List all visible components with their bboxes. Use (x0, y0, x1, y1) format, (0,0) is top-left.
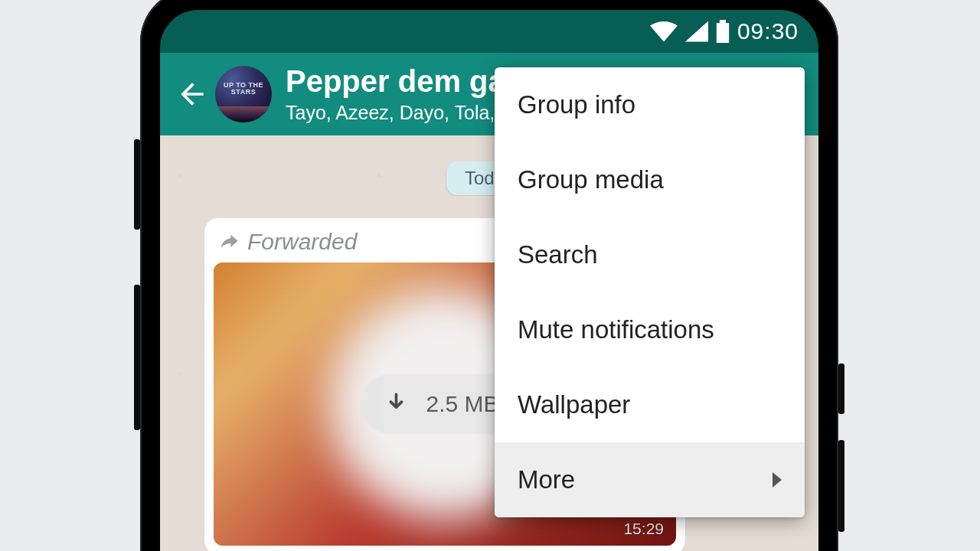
svg-rect-0 (720, 20, 726, 23)
menu-item-more-label: More (518, 465, 575, 494)
menu-item-mute-notifications[interactable]: Mute notifications (495, 292, 805, 367)
message-time: 15:29 (623, 520, 664, 538)
menu-item-group-media[interactable]: Group media (495, 142, 805, 217)
clock: 09:30 (737, 18, 799, 44)
status-bar: 09:30 (160, 10, 818, 53)
back-button[interactable] (169, 77, 215, 111)
menu-item-more[interactable]: More (495, 442, 805, 517)
group-avatar[interactable]: UP TO THE STARS (215, 66, 272, 122)
overflow-menu: Group info Group media Search Mute notif… (495, 67, 805, 517)
phone-side-button (838, 364, 844, 414)
battery-icon (716, 20, 730, 43)
phone-side-button (838, 440, 844, 532)
phone-side-button (134, 285, 140, 430)
forward-icon (218, 231, 240, 253)
arrow-left-icon (175, 77, 209, 111)
phone-frame: 09:30 UP TO THE STARS Pepper dem gang Ta… (140, 0, 838, 551)
screen: 09:30 UP TO THE STARS Pepper dem gang Ta… (160, 10, 818, 551)
avatar-text: UP TO THE STARS (215, 66, 272, 122)
wifi-icon (650, 21, 678, 42)
forwarded-text: Forwarded (247, 229, 357, 255)
chevron-right-icon (773, 472, 782, 487)
menu-item-search[interactable]: Search (495, 217, 805, 292)
phone-side-button (134, 139, 140, 230)
download-icon (383, 391, 409, 417)
menu-item-wallpaper[interactable]: Wallpaper (495, 367, 805, 442)
cell-signal-icon (685, 21, 708, 42)
download-size: 2.5 MB (426, 391, 498, 417)
svg-rect-1 (717, 23, 729, 43)
menu-item-group-info[interactable]: Group info (495, 67, 805, 142)
